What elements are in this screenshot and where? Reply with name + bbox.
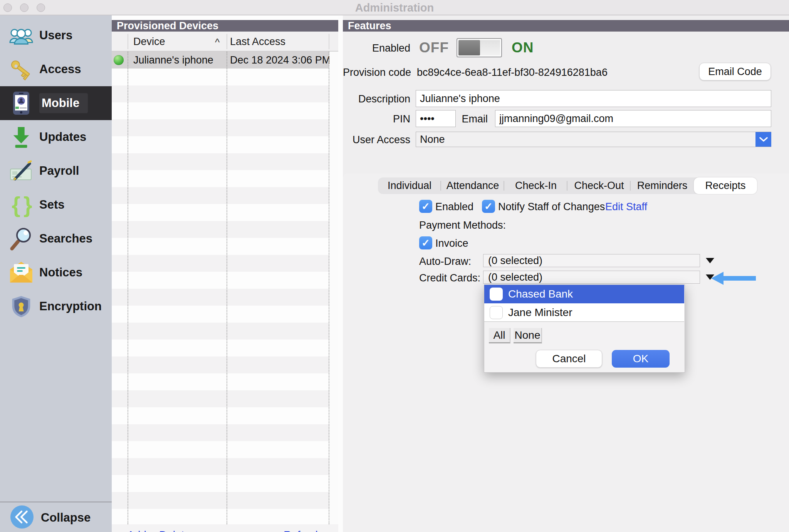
tab-check-in[interactable]: Check-In — [504, 177, 567, 194]
email-input[interactable] — [495, 110, 771, 127]
option-checkbox[interactable] — [490, 306, 503, 319]
shield-keyhole-icon — [9, 294, 33, 318]
sidebar-item-access[interactable]: Access — [0, 52, 112, 86]
panel-divider — [338, 15, 343, 532]
sort-ascending-icon[interactable]: ^ — [215, 32, 220, 52]
double-chevron-left-icon — [10, 505, 34, 530]
sidebar-item-searches[interactable]: Searches — [0, 222, 112, 256]
email-field-label: Email — [442, 113, 488, 125]
sidebar-item-notices[interactable]: Notices — [0, 256, 112, 289]
user-access-dropdown-button[interactable] — [755, 132, 771, 147]
email-code-button[interactable]: Email Code — [699, 63, 771, 80]
annotation-arrow-icon — [711, 272, 756, 285]
magnifier-icon — [9, 227, 33, 251]
features-tab-bar: Individual Attendance Check-In Check-Out… — [378, 177, 757, 194]
provisioned-devices-panel: Provisioned Devices Device ^ Last Access… — [112, 15, 338, 532]
tab-label: Check-In — [515, 180, 557, 191]
paycheck-pen-icon — [9, 159, 33, 183]
sidebar-item-label: Access — [39, 62, 81, 76]
auto-draw-select[interactable]: (0 selected) — [483, 254, 700, 267]
option-label: Chased Bank — [508, 285, 573, 303]
mobile-phone-icon — [9, 91, 33, 115]
provision-code-value: bc89c4ce-6ea8-11ef-bf30-824916281ba6 — [417, 67, 608, 79]
sidebar-item-label: Mobile — [39, 93, 88, 113]
envelope-icon — [9, 261, 33, 284]
add-device-button[interactable]: Add — [127, 524, 146, 532]
collapse-label: Collapse — [41, 511, 91, 525]
provision-code-label: Provision code — [343, 67, 410, 79]
scrollbar-gutter — [329, 52, 338, 524]
table-row-selected[interactable]: Julianne's iphone Dec 18 2024 3:06 PM — [112, 52, 329, 69]
tab-reminders[interactable]: Reminders — [631, 177, 694, 194]
sidebar-item-label: Users — [39, 28, 72, 42]
column-separator — [227, 34, 227, 49]
sidebar-item-sets[interactable]: Sets — [0, 188, 112, 222]
last-access-cell: Dec 18 2024 3:06 PM — [230, 52, 331, 69]
chevron-down-icon — [759, 137, 768, 142]
popup-option-jane-minister[interactable]: Jane Minister — [484, 303, 684, 322]
tab-attendance[interactable]: Attendance — [441, 177, 504, 194]
tab-label: Individual — [388, 180, 431, 191]
option-checkbox[interactable] — [490, 288, 503, 301]
user-access-select[interactable]: None — [416, 132, 771, 147]
ok-button[interactable]: OK — [612, 350, 670, 368]
enabled-field-label: Enabled — [343, 42, 410, 54]
provisioned-devices-header: Provisioned Devices — [112, 20, 338, 32]
enabled-checkbox[interactable] — [419, 200, 432, 213]
column-separator — [128, 34, 128, 49]
table-column-header: Device ^ Last Access — [112, 32, 338, 52]
sidebar-item-payroll[interactable]: Payroll — [0, 154, 112, 188]
delete-device-button[interactable]: Delete — [159, 524, 190, 532]
popup-option-chased-bank[interactable]: Chased Bank — [484, 285, 684, 303]
tab-label: Receipts — [705, 180, 745, 191]
cancel-button[interactable]: Cancel — [536, 350, 602, 368]
enabled-toggle[interactable] — [457, 38, 502, 57]
users-icon — [9, 23, 33, 47]
sidebar-item-label: Sets — [39, 198, 64, 212]
invoice-checkbox[interactable] — [419, 236, 432, 249]
sidebar-item-label: Encryption — [39, 299, 102, 313]
edit-staff-link[interactable]: Edit Staff — [605, 201, 647, 213]
collapse-button[interactable]: Collapse — [0, 504, 112, 532]
sidebar: Users Access — [0, 15, 112, 532]
title-bar: Administration — [0, 0, 789, 15]
tab-receipts[interactable]: Receipts — [694, 177, 757, 194]
device-detail-panel: Device Enabled OFF ON Provision code bc8… — [343, 15, 789, 532]
notify-staff-label: Notify Staff of Changes — [498, 201, 605, 213]
column-gridline — [329, 52, 329, 524]
credit-cards-label: Credit Cards: — [419, 272, 480, 284]
user-access-label: User Access — [343, 134, 410, 146]
sidebar-item-users[interactable]: Users — [0, 18, 112, 52]
notify-staff-checkbox[interactable] — [482, 200, 495, 213]
tab-individual[interactable]: Individual — [378, 177, 441, 194]
description-input[interactable] — [416, 90, 771, 107]
popup-option-list: Chased Bank Jane Minister — [484, 285, 684, 322]
description-field-label: Description — [343, 93, 410, 105]
column-separator — [329, 34, 329, 49]
curly-braces-icon — [9, 193, 33, 217]
sidebar-item-mobile[interactable]: Mobile — [0, 86, 112, 120]
sidebar-item-encryption[interactable]: Encryption — [0, 289, 112, 323]
sidebar-divider — [0, 502, 112, 502]
select-all-button[interactable]: All — [489, 328, 510, 343]
sidebar-item-label: Updates — [39, 130, 86, 144]
credit-cards-select[interactable]: (0 selected) — [483, 271, 700, 284]
device-name-cell: Julianne's iphone — [133, 52, 213, 69]
pin-field-label: PIN — [343, 113, 410, 125]
sidebar-item-updates[interactable]: Updates — [0, 120, 112, 154]
refresh-button[interactable]: Refresh — [284, 524, 321, 532]
option-label: Jane Minister — [508, 303, 572, 322]
credit-cards-popup: Chased Bank Jane Minister All None Cance… — [484, 284, 685, 373]
auto-draw-dropdown-icon[interactable] — [706, 258, 714, 263]
sidebar-item-label: Payroll — [39, 164, 79, 178]
download-arrow-icon — [9, 125, 33, 149]
column-gridline — [128, 52, 128, 524]
online-status-icon — [114, 55, 124, 65]
window-title: Administration — [0, 0, 789, 15]
column-header-device[interactable]: Device — [133, 32, 165, 52]
select-none-button[interactable]: None — [514, 328, 542, 343]
toggle-thumb[interactable] — [458, 40, 480, 55]
key-icon — [9, 57, 33, 81]
tab-check-out[interactable]: Check-Out — [567, 177, 631, 194]
column-header-last-access[interactable]: Last Access — [230, 32, 285, 52]
